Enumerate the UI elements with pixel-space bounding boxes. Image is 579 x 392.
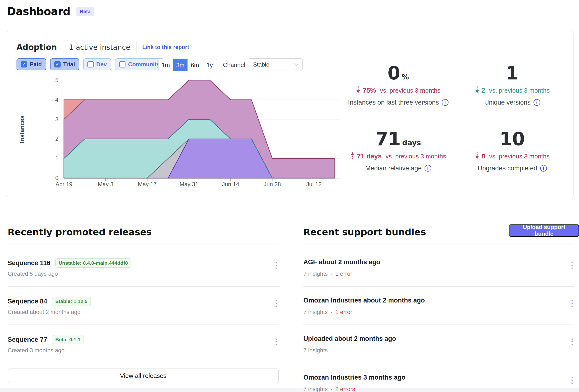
filter-pill-dev[interactable]: Dev: [83, 58, 111, 70]
info-icon[interactable]: i: [425, 165, 431, 172]
channel-label: Channel: [223, 62, 245, 68]
stat-number: 1: [506, 63, 519, 83]
bundle-meta: 7 insights: [303, 347, 328, 354]
checkbox-unchecked-icon[interactable]: [119, 61, 126, 67]
y-tick-label: 5: [55, 78, 59, 83]
filter-pill-trial[interactable]: ✓Trial: [50, 58, 79, 70]
kebab-menu-icon[interactable]: ⋮: [272, 261, 280, 269]
adoption-card: Adoption 1 active instance Link to this …: [6, 31, 574, 197]
stat-value: 0%: [388, 63, 409, 83]
kebab-menu-icon[interactable]: ⋮: [272, 299, 280, 307]
stat-upgrades-completed: 108 vs. previous 3 monthsUpgrades comple…: [455, 125, 569, 181]
channel-select-value: Stable: [253, 61, 269, 68]
stat-label: Unique versions i: [484, 99, 540, 106]
stat-label: Upgrades completed i: [477, 165, 547, 172]
stat-instances-on-last-three-versions: 0%75% vs. previous 3 monthsInstances on …: [341, 59, 455, 115]
page-title: Dashboard: [7, 5, 71, 17]
stat-change-caption: vs. previous 3 months: [487, 153, 550, 160]
beta-badge: Beta: [76, 7, 94, 16]
filter-pill-paid[interactable]: ✓Paid: [16, 58, 46, 70]
stat-number: 0: [388, 63, 400, 83]
range-segment-3m[interactable]: 3m: [173, 59, 188, 71]
bundle-title: AGF about 2 months ago: [303, 259, 380, 266]
releases-heading: Recently promoted releases: [8, 227, 152, 237]
bundle-title: Uploaded about 2 months ago: [303, 335, 396, 342]
kebab-menu-icon[interactable]: ⋮: [568, 376, 576, 384]
filter-pill-community[interactable]: Community: [115, 58, 164, 70]
stat-median-relative-age: 71days71 days vs. previous 3 monthsMedia…: [341, 125, 455, 181]
release-row[interactable]: Sequence 84Stable: 1.12.5: [8, 297, 91, 306]
down-arrow-icon: [475, 151, 479, 161]
release-row[interactable]: Sequence 116Unstable: 0.4.0-main.444ddf0: [8, 259, 131, 267]
release-channel-badge: Unstable: 0.4.0-main.444ddf0: [55, 259, 131, 267]
release-channel-badge: Stable: 1.12.5: [52, 297, 91, 306]
release-created: Created 3 months ago: [8, 347, 65, 354]
filter-pill-label: Trial: [63, 61, 75, 68]
info-icon[interactable]: i: [533, 99, 540, 106]
divider: [303, 363, 574, 363]
upload-support-bundle-button[interactable]: Upload support bundle: [509, 224, 579, 237]
page-header: Dashboard Beta: [7, 5, 94, 17]
divider: [303, 245, 574, 245]
release-title: Sequence 116: [8, 260, 51, 267]
view-all-releases-button[interactable]: View all releases: [8, 369, 279, 383]
kebab-menu-icon[interactable]: ⋮: [568, 299, 576, 307]
adoption-card-header: Adoption 1 active instance Link to this …: [16, 42, 189, 52]
stat-unique-versions: 12 vs. previous 3 monthsUnique versions …: [455, 59, 569, 115]
dot-separator: ·: [330, 386, 332, 392]
y-tick-label: 3: [55, 116, 59, 123]
adoption-area-chart[interactable]: 012345Apr 19May 3May 17May 31Jun 14Jun 2…: [15, 78, 340, 193]
stat-number: 10: [500, 129, 525, 149]
kebab-menu-icon[interactable]: ⋮: [272, 337, 280, 346]
range-segment-1m[interactable]: 1m: [158, 59, 173, 71]
x-tick-label: May 17: [138, 181, 157, 187]
dot-separator: ·: [330, 270, 332, 277]
bundle-row[interactable]: AGF about 2 months ago: [303, 259, 380, 266]
stat-change-caption: vs. previous 3 months: [487, 87, 550, 94]
info-icon[interactable]: i: [540, 165, 547, 172]
range-segment-1y[interactable]: 1y: [202, 59, 217, 71]
x-tick-label: Jun 14: [222, 181, 239, 187]
filter-pill-label: Community: [128, 61, 160, 68]
divider: [63, 42, 63, 52]
link-to-report[interactable]: Link to this report: [142, 44, 189, 51]
stat-unit: days: [402, 138, 421, 147]
range-segment-6m[interactable]: 6m: [188, 59, 202, 71]
y-tick-label: 1: [55, 155, 59, 162]
up-arrow-icon: [350, 151, 355, 161]
kebab-menu-icon[interactable]: ⋮: [568, 337, 576, 346]
adoption-stats-grid: 0%75% vs. previous 3 monthsInstances on …: [341, 59, 569, 181]
divider: [136, 42, 137, 52]
divider: [8, 245, 279, 245]
filter-pill-label: Dev: [96, 61, 107, 68]
down-arrow-icon: [356, 86, 360, 95]
stat-value: 71days: [375, 129, 421, 149]
filter-pill-label: Paid: [30, 61, 42, 68]
stat-unit: %: [402, 73, 409, 81]
channel-select[interactable]: Stable: [248, 58, 303, 71]
kebab-menu-icon[interactable]: ⋮: [568, 261, 576, 269]
bundle-row[interactable]: Omozan Industries 3 months ago: [303, 374, 405, 381]
y-tick-label: 2: [55, 135, 59, 142]
info-icon[interactable]: i: [442, 99, 448, 106]
time-range-selector: 1m3m6m1y: [158, 59, 217, 71]
bundle-title: Omozan Industries about 2 months ago: [303, 297, 425, 304]
bundle-row[interactable]: Uploaded about 2 months ago: [303, 335, 396, 342]
divider: [8, 286, 279, 287]
checkbox-unchecked-icon[interactable]: [87, 61, 94, 67]
bundle-title: Omozan Industries 3 months ago: [303, 374, 405, 381]
stat-change: 75% vs. previous 3 months: [356, 86, 440, 95]
bundle-insights-count: 7 insights: [303, 347, 328, 354]
y-tick-label: 0: [55, 175, 59, 181]
bundle-insights-count: 7 insights: [303, 270, 328, 277]
license-type-filters: ✓Paid✓TrialDevCommunity: [16, 58, 164, 70]
stat-change-value: 8: [482, 152, 485, 160]
divider: [303, 325, 574, 325]
release-row[interactable]: Sequence 77Beta: 0.1.1: [8, 335, 84, 344]
release-title: Sequence 84: [8, 298, 47, 305]
stat-label: Instances on last three versions i: [348, 99, 448, 106]
checkbox-checked-icon[interactable]: ✓: [54, 61, 61, 67]
checkbox-checked-icon[interactable]: ✓: [21, 61, 27, 67]
x-tick-label: Apr 19: [56, 181, 72, 187]
bundle-row[interactable]: Omozan Industries about 2 months ago: [303, 297, 425, 304]
